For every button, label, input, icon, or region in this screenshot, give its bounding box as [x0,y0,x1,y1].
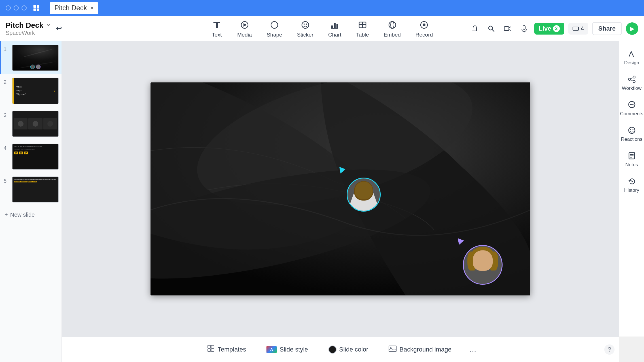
right-tool-comments[interactable]: Comments [620,97,643,120]
notifications-button[interactable] [469,22,481,35]
slide-thumb-1[interactable]: 1 [0,41,62,74]
background-image-icon [389,346,397,354]
svg-point-44 [632,129,633,130]
slide-thumb-3[interactable]: 3 [0,107,62,140]
sticker-icon [300,19,311,31]
embed-icon [387,19,398,31]
right-tool-reactions-label: Reactions [621,137,643,142]
svg-point-4 [271,22,278,28]
notes-icon [627,151,637,161]
play-button[interactable]: ▶ [626,22,638,35]
close-icon[interactable]: × [90,5,94,11]
tool-text[interactable]: Text [208,17,226,40]
slide-preview-5: To provide every Martian with an opportu… [12,176,59,203]
svg-point-35 [633,80,635,83]
mic-button[interactable] [518,22,530,35]
toolbar-right: Live 2 4 Share ▶ [469,22,638,35]
shape-icon [269,19,280,31]
slide-num-3: 3 [4,111,9,118]
slide-style-button[interactable]: A Slide style [262,344,312,355]
slide-style-label: Slide style [279,346,308,353]
svg-line-22 [492,29,494,31]
more-button[interactable]: ... [467,343,478,356]
right-tool-notes-label: Notes [625,162,638,168]
background-image-button[interactable]: Background image [384,343,456,356]
tool-chart-label: Chart [328,32,341,38]
svg-point-39 [630,104,631,105]
slide-thumb-2[interactable]: 2 What? Why? Why now? › [0,74,62,107]
slide-preview-4: Back up your argument with supporting da… [12,144,59,170]
grid-icon[interactable] [32,3,41,12]
tool-sticker[interactable]: Sticker [294,17,317,40]
participants-count: 4 [581,25,584,32]
slide4-stat1: 97. [14,152,18,154]
tool-record[interactable]: Record [412,17,436,40]
svg-rect-54 [211,349,214,352]
tool-media[interactable]: Media [234,17,255,40]
undo-button[interactable]: ↩ [54,22,64,35]
new-slide-button[interactable]: + New slide [0,208,62,222]
search-button[interactable] [485,22,497,35]
slide-num-4: 4 [4,144,9,151]
tab-title[interactable]: Pitch Deck × [50,2,98,14]
window-dot-2[interactable] [14,5,19,10]
svg-rect-9 [334,23,336,28]
slide-preview-3 [12,111,59,137]
tool-shape[interactable]: Shape [263,17,286,40]
share-button[interactable]: Share [592,22,622,35]
live-button[interactable]: Live 2 [534,23,564,35]
svg-point-33 [628,78,631,80]
svg-marker-24 [509,27,511,31]
chevron-down-icon[interactable] [46,22,51,28]
slide-color-button[interactable]: Slide color [324,343,373,356]
record-icon [418,19,430,31]
avatar-1-inner [348,178,380,211]
tool-embed[interactable]: Embed [380,17,404,40]
live-count: 2 [553,25,560,32]
svg-rect-52 [211,345,214,348]
svg-marker-3 [243,23,247,27]
tool-text-label: Text [212,32,222,38]
svg-rect-51 [208,345,211,348]
svg-point-43 [630,129,631,130]
svg-line-36 [631,78,633,79]
tool-chart[interactable]: Chart [325,17,345,40]
right-tool-history-label: History [624,188,639,193]
window-dot-1[interactable] [6,5,11,10]
right-tool-notes[interactable]: Notes [620,148,643,171]
slide-num-1: 1 [4,45,9,52]
cursor-2 [458,237,465,245]
background-image-label: Background image [399,346,451,353]
right-tool-design[interactable]: Design [620,46,643,69]
slide4-stat3: 67. [24,152,28,154]
slide-thumb-5[interactable]: 5 To provide every Martian with an oppor… [0,173,62,206]
svg-point-6 [304,24,305,25]
tool-table[interactable]: Table [353,17,372,40]
right-tool-design-label: Design [624,60,639,66]
avatar-2-inner [464,246,502,284]
participants-button[interactable]: 4 [568,23,588,35]
help-button[interactable]: ? [604,344,615,355]
svg-point-7 [306,24,307,25]
live-label: Live [539,25,551,32]
slide-num-5: 5 [4,176,9,184]
right-tool-workflow[interactable]: Workflow [620,71,643,94]
avatar-2 [463,245,503,285]
tool-record-label: Record [416,32,433,38]
tool-table-label: Table [356,32,369,38]
right-tool-history[interactable]: History [620,173,643,196]
svg-rect-53 [208,349,211,352]
slide2-line1: What? [16,85,26,89]
svg-point-42 [629,127,635,133]
deck-subtitle: SpaceWork [6,30,51,36]
slide-color-label: Slide color [339,346,368,353]
right-tool-reactions[interactable]: Reactions [620,122,643,145]
history-icon [627,176,637,186]
slide-color-swatch [329,346,336,354]
slide-thumb-4[interactable]: 4 Back up your argument with supporting … [0,140,62,173]
templates-button[interactable]: Templates [202,342,251,357]
video-button[interactable] [501,22,514,35]
window-dot-3[interactable] [22,5,27,10]
svg-point-40 [631,104,632,105]
avatar-1 [347,178,381,212]
